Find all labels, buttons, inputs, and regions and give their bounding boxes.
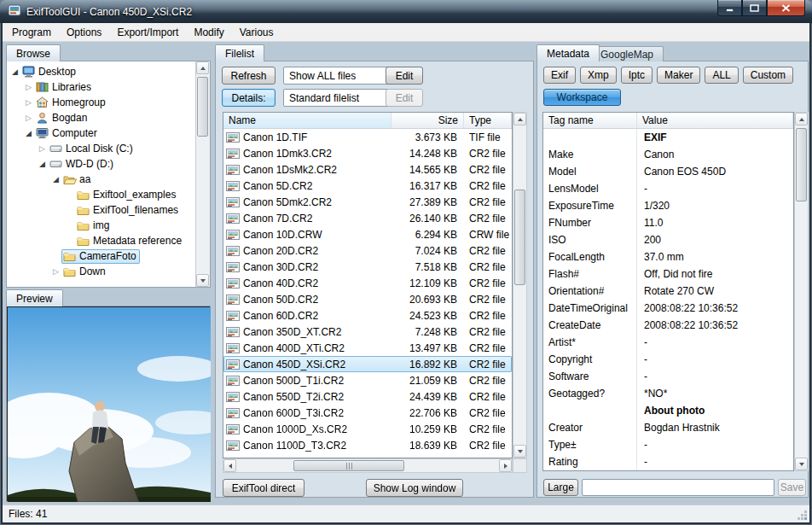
file-row-canon-40d-cr2[interactable]: Canon 40D.CR212.109 KBCR2 file bbox=[223, 275, 512, 291]
tree-item-down[interactable]: ▷Down bbox=[8, 264, 194, 279]
large-button[interactable]: Large bbox=[543, 479, 578, 496]
scroll-up-button[interactable] bbox=[513, 113, 526, 125]
metadata-row-exif[interactable]: EXIF bbox=[543, 129, 793, 146]
expand-arrow-icon[interactable]: ▷ bbox=[37, 144, 48, 153]
file-row-canon-1dsmk2-cr2[interactable]: Canon 1DsMk2.CR214.565 KBCR2 file bbox=[223, 161, 512, 178]
expand-arrow-icon[interactable]: ▷ bbox=[23, 83, 34, 91]
scroll-thumb[interactable] bbox=[293, 460, 404, 471]
tree-item-metadata-reference[interactable]: Metadata reference bbox=[8, 233, 194, 248]
metadata-row-orientation[interactable]: Orientation#Rotate 270 CW bbox=[543, 283, 793, 300]
tree-item-bogdan[interactable]: ▷Bogdan bbox=[8, 110, 194, 125]
scroll-up-button[interactable] bbox=[795, 113, 808, 125]
tag-name-column-header[interactable]: Tag name bbox=[543, 113, 637, 128]
metadata-row-software[interactable]: Software- bbox=[543, 368, 793, 385]
scroll-up-button[interactable] bbox=[196, 61, 209, 74]
tree-scrollbar[interactable] bbox=[195, 61, 210, 287]
file-row-canon-400d-xti-cr2[interactable]: Canon 400D_XTi.CR213.497 KBCR2 file bbox=[223, 340, 512, 356]
file-row-canon-5d-cr2[interactable]: Canon 5D.CR216.317 KBCR2 file bbox=[223, 178, 512, 194]
file-row-canon-550d-t2i-cr2[interactable]: Canon 550D_T2i.CR224.439 KBCR2 file bbox=[223, 388, 512, 405]
metadata-row-creator[interactable]: CreatorBogdan Hrastnik bbox=[543, 419, 793, 436]
custom-tag-input[interactable] bbox=[582, 479, 774, 496]
metadata-filter-all-button[interactable]: ALL bbox=[705, 67, 738, 84]
file-row-canon-1100d-t3-cr2[interactable]: Canon 1100D_T3.CR218.639 KBCR2 file bbox=[223, 437, 512, 453]
workspace-button[interactable]: Workspace bbox=[543, 89, 621, 106]
metadata-row-rating[interactable]: Rating- bbox=[543, 453, 793, 470]
file-row-canon-350d-xt-cr2[interactable]: Canon 350D_XT.CR27.248 KBCR2 file bbox=[223, 324, 512, 340]
file-row-canon-600d-t3i-cr2[interactable]: Canon 600D_T3i.CR222.706 KBCR2 file bbox=[223, 405, 512, 421]
metadata-filter-exif-button[interactable]: Exif bbox=[543, 67, 576, 84]
tree-item-aa[interactable]: ◢aa bbox=[8, 172, 194, 187]
metadata-row-iso[interactable]: ISO200 bbox=[543, 231, 793, 248]
metadata-filter-iptc-button[interactable]: Iptc bbox=[621, 67, 652, 84]
metadata-row-exposuretime[interactable]: ExposureTime1/320 bbox=[543, 197, 793, 214]
scroll-down-button[interactable] bbox=[196, 274, 209, 287]
file-row-canon-5dmk2-cr2[interactable]: Canon 5Dmk2.CR227.389 KBCR2 file bbox=[223, 194, 512, 210]
metadata-row-model[interactable]: ModelCanon EOS 450D bbox=[543, 163, 793, 180]
metadata-filter-xmp-button[interactable]: Xmp bbox=[580, 67, 617, 84]
metadata-row-geotagged[interactable]: Geotagged?*NO* bbox=[543, 385, 793, 402]
metadata-row-about-photo[interactable]: About photo bbox=[543, 402, 793, 419]
file-row-canon-50d-cr2[interactable]: Canon 50D.CR220.693 KBCR2 file bbox=[223, 291, 512, 307]
scroll-down-button[interactable] bbox=[513, 445, 526, 458]
expand-arrow-icon[interactable]: ▷ bbox=[23, 98, 34, 107]
tab-browse[interactable]: Browse bbox=[6, 44, 61, 61]
maximize-button[interactable] bbox=[742, 0, 767, 16]
scroll-right-button[interactable] bbox=[499, 459, 512, 472]
column-header-size[interactable]: Size bbox=[392, 113, 464, 128]
metadata-row-createdate[interactable]: CreateDate2008:08:22 10:36:52 bbox=[543, 317, 793, 334]
resize-grip[interactable] bbox=[804, 517, 807, 520]
scroll-thumb[interactable] bbox=[796, 128, 807, 201]
expand-arrow-icon[interactable]: ▷ bbox=[23, 114, 34, 122]
file-row-canon-60d-cr2[interactable]: Canon 60D.CR224.523 KBCR2 file bbox=[223, 307, 512, 324]
file-row-canon-7d-cr2[interactable]: Canon 7D.CR226.140 KBCR2 file bbox=[223, 210, 512, 226]
metadata-filter-maker-button[interactable]: Maker bbox=[657, 67, 700, 84]
exiftool-direct-button[interactable]: ExifTool direct bbox=[223, 479, 304, 497]
title-bar[interactable]: ExifToolGUI - Canon 450D_XSi.CR2 bbox=[0, 0, 812, 23]
file-row-canon-10d-crw[interactable]: Canon 10D.CRW6.294 KBCRW file bbox=[223, 226, 512, 242]
metadata-row-lensmodel[interactable]: LensModel- bbox=[543, 180, 793, 197]
scroll-thumb[interactable] bbox=[514, 190, 525, 285]
column-header-type[interactable]: Type bbox=[464, 113, 512, 128]
tab-metadata[interactable]: Metadata bbox=[536, 44, 600, 61]
file-row-canon-450d-xsi-cr2[interactable]: Canon 450D_XSi.CR216.892 KBCR2 file bbox=[223, 356, 512, 372]
metadata-vertical-scrollbar[interactable] bbox=[794, 112, 809, 471]
scroll-left-button[interactable] bbox=[223, 459, 236, 472]
column-header-name[interactable]: Name bbox=[223, 113, 392, 128]
menu-item-modify[interactable]: Modify bbox=[186, 24, 231, 41]
collapse-arrow-icon[interactable]: ◢ bbox=[50, 175, 61, 184]
tab-filelist[interactable]: Filelist bbox=[215, 44, 264, 61]
view-edit-button[interactable]: Edit bbox=[386, 89, 423, 107]
metadata-filter-custom-button[interactable]: Custom bbox=[743, 67, 793, 84]
file-row-canon-1000d-xs-cr2[interactable]: Canon 1000D_Xs.CR210.259 KBCR2 file bbox=[223, 421, 512, 437]
tree-item-exiftool-filenames[interactable]: ExifTool_filenames bbox=[8, 202, 194, 218]
metadata-row-fnumber[interactable]: FNumber11.0 bbox=[543, 214, 793, 231]
close-button[interactable] bbox=[767, 0, 805, 16]
metadata-row-type[interactable]: Type±- bbox=[543, 436, 793, 453]
tree-item-camerafoto[interactable]: CameraFoto bbox=[8, 248, 194, 264]
tree-item-img[interactable]: img bbox=[8, 218, 194, 233]
tree-item-local-disk-c[interactable]: ▷Local Disk (C:) bbox=[8, 141, 194, 156]
tree-item-homegroup[interactable]: ▷Homegroup bbox=[8, 95, 194, 110]
filelist-vertical-scrollbar[interactable] bbox=[513, 112, 527, 458]
expand-arrow-icon[interactable]: ▷ bbox=[50, 267, 61, 276]
menu-item-program[interactable]: Program bbox=[4, 24, 59, 41]
tab-googlemap[interactable]: GoogleMap bbox=[590, 46, 664, 61]
menu-item-export-import[interactable]: Export/Import bbox=[109, 24, 186, 41]
tree-item-desktop[interactable]: ◢Desktop bbox=[8, 64, 194, 79]
save-button[interactable]: Save bbox=[778, 479, 806, 496]
file-row-canon-500d-t1i-cr2[interactable]: Canon 500D_T1i.CR221.059 KBCR2 file bbox=[223, 372, 512, 388]
minimize-button[interactable] bbox=[717, 0, 742, 16]
menu-item-various[interactable]: Various bbox=[232, 24, 281, 41]
metadata-row-copyright[interactable]: Copyright- bbox=[543, 351, 793, 368]
file-row-canon-1d-tif[interactable]: Canon 1D.TIF3.673 KBTIF file bbox=[223, 129, 512, 145]
collapse-arrow-icon[interactable]: ◢ bbox=[37, 160, 48, 168]
tree-item-exiftool-examples[interactable]: Exiftool_examples bbox=[8, 187, 194, 202]
tab-preview[interactable]: Preview bbox=[6, 289, 63, 306]
filelist-horizontal-scrollbar[interactable] bbox=[223, 458, 513, 473]
value-column-header[interactable]: Value bbox=[637, 113, 793, 128]
collapse-arrow-icon[interactable]: ◢ bbox=[9, 67, 20, 76]
scroll-down-button[interactable] bbox=[795, 458, 808, 470]
metadata-row-datetimeoriginal[interactable]: DateTimeOriginal2008:08:22 10:36:52 bbox=[543, 300, 793, 317]
details-toggle-button[interactable]: Details: bbox=[222, 89, 276, 107]
file-row-canon-1dmk3-cr2[interactable]: Canon 1Dmk3.CR214.248 KBCR2 file bbox=[223, 145, 512, 161]
